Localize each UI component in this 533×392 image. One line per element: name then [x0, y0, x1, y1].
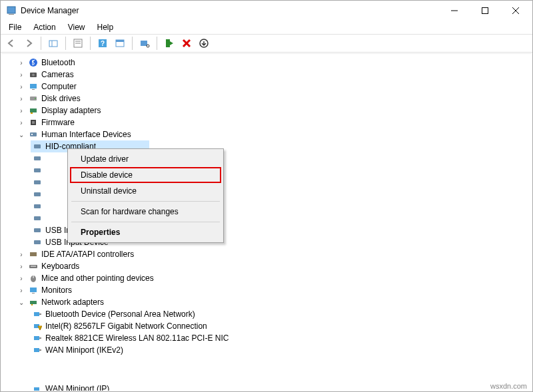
back-button[interactable]	[3, 35, 19, 51]
chevron-right-icon[interactable]: ›	[16, 105, 27, 116]
chevron-right-icon[interactable]: ›	[16, 261, 27, 272]
svg-rect-48	[30, 288, 37, 292]
svg-point-23	[32, 74, 35, 77]
chevron-right-icon[interactable]: ›	[16, 69, 27, 80]
menu-file[interactable]: File	[3, 21, 27, 33]
hid-device-icon	[32, 189, 43, 200]
tree-item-net-realtek[interactable]: Realtek 8821CE Wireless LAN 802.11ac PCI…	[4, 332, 532, 344]
tree-label: Monitors	[41, 286, 72, 295]
chevron-right-icon[interactable]: ›	[16, 81, 27, 92]
svg-rect-51	[31, 304, 33, 305]
action-button[interactable]	[112, 35, 128, 51]
svg-rect-53	[39, 313, 41, 315]
chevron-down-icon[interactable]: ⌄	[16, 129, 27, 140]
svg-rect-38	[34, 192, 41, 196]
svg-rect-32	[30, 132, 37, 136]
tree-item-display-adapters[interactable]: › Display adapters	[4, 104, 532, 116]
maximize-button[interactable]	[470, 1, 500, 21]
chevron-right-icon[interactable]: ›	[16, 93, 27, 104]
tree-item-net-wan-ikev2[interactable]: WAN Miniport (IKEv2)	[4, 344, 532, 356]
tree-item-computer[interactable]: › Computer	[4, 81, 532, 93]
svg-rect-37	[34, 180, 41, 184]
menu-help[interactable]: Help	[92, 21, 119, 33]
tree-item-net-wan-ip[interactable]: WAN Miniport (IP)	[1, 384, 532, 391]
tree-item-net-bt[interactable]: Bluetooth Device (Personal Area Network)	[4, 308, 532, 320]
tree-label: Display adapters	[41, 106, 101, 115]
network-adapter-icon	[32, 333, 43, 343]
tree-item-hid[interactable]: ⌄ Human Interface Devices	[4, 128, 532, 140]
tree-item-disk-drives[interactable]: › Disk drives	[4, 93, 532, 104]
svg-rect-1	[9, 14, 14, 15]
context-uninstall-device[interactable]: Uninstall device	[70, 183, 221, 199]
mouse-icon	[28, 273, 39, 284]
ide-icon	[28, 249, 39, 260]
tree-label: Keyboards	[41, 262, 79, 271]
toolbar-separator	[132, 37, 133, 50]
svg-rect-41	[34, 228, 41, 232]
svg-text:?: ?	[101, 40, 105, 47]
tree-label: WAN Miniport (IKEv2)	[45, 345, 123, 355]
tree-item-mice[interactable]: › Mice and other pointing devices	[4, 272, 532, 284]
hid-device-icon	[32, 225, 43, 236]
chevron-right-icon[interactable]: ›	[16, 249, 27, 260]
chevron-down-icon[interactable]: ⌄	[16, 297, 27, 307]
tree-item-ide[interactable]: › IDE ATA/ATAPI controllers	[4, 248, 532, 260]
svg-rect-0	[7, 7, 15, 13]
tree-item-firmware[interactable]: › Firmware	[4, 116, 532, 128]
properties-button[interactable]	[70, 35, 86, 51]
menu-view[interactable]: View	[63, 21, 91, 33]
forward-button[interactable]	[21, 35, 37, 51]
hid-device-icon	[32, 165, 43, 176]
menu-action[interactable]: Action	[28, 21, 61, 33]
watermark: wsxdn.com	[490, 382, 527, 390]
context-update-driver[interactable]: Update driver	[70, 151, 221, 167]
svg-rect-40	[34, 216, 41, 220]
scan-button[interactable]	[137, 35, 153, 51]
network-adapter-warning-icon: !	[32, 321, 43, 331]
update-button[interactable]	[196, 35, 212, 51]
tree-item-net-intel[interactable]: ! Intel(R) 82567LF Gigabit Network Conne…	[4, 320, 532, 332]
toolbar: ?	[1, 34, 532, 53]
menubar: File Action View Help	[1, 21, 532, 34]
tree-item-bluetooth[interactable]: › Bluetooth	[4, 57, 532, 69]
chevron-right-icon[interactable]: ›	[16, 285, 27, 295]
context-properties[interactable]: Properties	[70, 224, 221, 240]
tree-item-keyboards[interactable]: › Keyboards	[4, 260, 532, 272]
close-button[interactable]	[500, 1, 531, 21]
network-adapter-icon	[32, 309, 43, 319]
svg-rect-42	[34, 240, 41, 244]
disk-icon	[28, 93, 39, 104]
svg-rect-35	[34, 156, 41, 160]
hid-device-icon	[32, 177, 43, 188]
help-button[interactable]: ?	[95, 35, 111, 51]
toolbar-separator	[157, 37, 157, 50]
tree-item-network[interactable]: ⌄ Network adapters	[4, 296, 532, 308]
tree-item-cameras[interactable]: › Cameras	[4, 69, 532, 81]
context-disable-device[interactable]: Disable device	[70, 167, 221, 183]
window-controls	[439, 1, 531, 21]
tree-label: Human Interface Devices	[41, 130, 131, 139]
tree-label: Intel(R) 82567LF Gigabit Network Connect…	[45, 321, 207, 331]
minimize-button[interactable]	[439, 1, 470, 21]
tree-label: IDE ATA/ATAPI controllers	[41, 250, 134, 259]
computer-icon	[28, 81, 39, 92]
titlebar: Device Manager	[1, 1, 532, 21]
chevron-right-icon[interactable]: ›	[16, 57, 27, 68]
app-icon	[6, 5, 17, 16]
tree-item-monitors[interactable]: › Monitors	[4, 284, 532, 296]
context-scan-hardware[interactable]: Scan for hardware changes	[70, 204, 221, 220]
svg-rect-34	[34, 144, 41, 148]
uninstall-button[interactable]	[179, 35, 195, 51]
chevron-right-icon[interactable]: ›	[16, 117, 27, 128]
svg-rect-56	[34, 336, 39, 340]
toolbar-separator	[90, 37, 91, 50]
chevron-right-icon[interactable]: ›	[16, 273, 27, 284]
svg-rect-25	[32, 89, 35, 90]
hid-device-icon	[32, 213, 43, 224]
svg-rect-59	[39, 349, 41, 351]
tree-label: Disk drives	[41, 94, 81, 103]
show-hide-button[interactable]	[45, 35, 61, 51]
svg-rect-43	[30, 252, 37, 256]
enable-button[interactable]	[161, 35, 177, 51]
hid-device-icon	[32, 141, 43, 152]
